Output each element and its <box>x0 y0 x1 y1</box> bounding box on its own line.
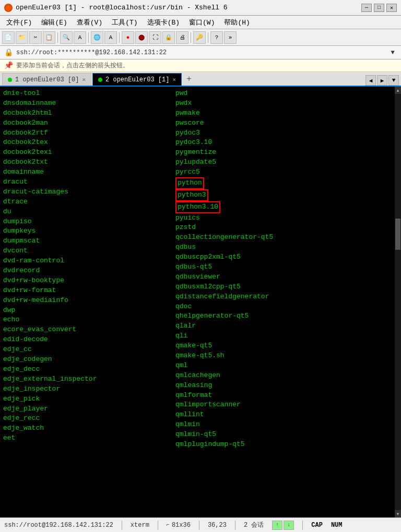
menu-view[interactable]: 查看(V) <box>73 17 107 28</box>
status-dimensions: ⌐ 81x36 <box>167 522 191 529</box>
terminal-left-item: edje_decc <box>3 365 175 374</box>
terminal-right-item: qdistancefieldgenerator <box>175 292 392 302</box>
window-title: openEuler03 [1] - root@localhost:/usr/bi… <box>16 4 228 11</box>
tab-2-dot <box>98 78 102 82</box>
status-down-arrow[interactable]: ↓ <box>284 521 294 530</box>
toolbar-open[interactable]: 📁 <box>16 31 28 44</box>
terminal-left-item: dumpkeys <box>3 226 175 236</box>
status-up-arrow[interactable]: ↑ <box>272 521 282 530</box>
toolbar-lock[interactable]: 🔒 <box>162 31 175 44</box>
terminal-scrollbar[interactable]: ▲ ▼ <box>395 87 401 517</box>
terminal-right-item: pydoc3.10 <box>175 138 392 148</box>
toolbar-key[interactable]: 🔑 <box>193 31 206 44</box>
scrollbar-track[interactable] <box>395 94 401 510</box>
terminal-left-item: eet <box>3 433 175 443</box>
close-button[interactable]: ✕ <box>386 4 397 12</box>
minimize-button[interactable]: — <box>361 4 372 12</box>
terminal-left-col: dnie-tooldnsdomainnamedocbook2htmldocboo… <box>3 89 175 450</box>
toolbar: 📄 📁 ✂ 📋 🔍 A 🌐 A ● ⬤ ⛶ 🔒 🖨 🔑 ? » <box>0 29 401 46</box>
terminal-left-item: dnie-tool <box>3 89 175 99</box>
toolbar-sep1 <box>57 32 58 43</box>
terminal-columns: dnie-tooldnsdomainnamedocbook2htmldocboo… <box>3 89 392 450</box>
status-sep5 <box>302 521 303 530</box>
terminal-right-item: qmlplugindump-qt5 <box>175 440 392 450</box>
tab-1-close[interactable]: ✕ <box>82 76 86 83</box>
scrollbar-thumb[interactable] <box>395 219 400 250</box>
terminal-left-item: dvcont <box>3 246 175 256</box>
tabs-nav-left[interactable]: ◀ <box>365 75 376 86</box>
menu-help[interactable]: 帮助(H) <box>220 17 254 28</box>
terminal-left-item: dracut-catimages <box>3 187 175 197</box>
toolbar-expand[interactable]: ⛶ <box>149 31 161 44</box>
menu-file[interactable]: 文件(F) <box>2 17 36 28</box>
menu-window[interactable]: 窗口(W) <box>185 17 219 28</box>
terminal-right-item: qmlimportscanner <box>175 400 392 410</box>
status-cap-label: CAP <box>311 522 323 529</box>
tabs-nav-right[interactable]: ▶ <box>377 75 387 86</box>
terminal-right-item: pwd <box>175 89 392 99</box>
scrollbar-up[interactable]: ▲ <box>395 87 401 94</box>
address-dropdown-button[interactable]: ▼ <box>388 49 397 57</box>
toolbar-copy[interactable]: 📋 <box>43 31 55 44</box>
toolbar-red2[interactable]: ⬤ <box>135 31 148 44</box>
terminal-left-item: dwp <box>3 306 175 316</box>
terminal-right-item: qml <box>175 361 392 371</box>
toolbar-red1[interactable]: ● <box>122 31 134 44</box>
tab-2-label: 2 openEuler03 [1] <box>105 76 169 83</box>
terminal-left-item: ecore_evas_convert <box>3 325 175 335</box>
menu-tab[interactable]: 选项卡(B) <box>143 17 184 28</box>
terminal-right-item: qmllint <box>175 410 392 420</box>
status-dims-icon: ⌐ <box>167 522 170 528</box>
status-sep3 <box>199 521 199 530</box>
terminal-right-item: qdbus <box>175 243 392 252</box>
toolbar-sep3 <box>119 32 120 43</box>
terminal-right-item: qdbusxml2cpp-qt5 <box>175 282 392 292</box>
toolbar-help[interactable]: ? <box>210 31 223 44</box>
tab-1[interactable]: 1 openEuler03 [0] ✕ <box>2 73 91 86</box>
toolbar-print[interactable]: 🖨 <box>176 31 188 44</box>
terminal-left-item: edid-decode <box>3 335 175 345</box>
menu-bar: 文件(F) 编辑(E) 查看(V) 工具(T) 选项卡(B) 窗口(W) 帮助(… <box>0 16 401 29</box>
terminal-left-item: dvd+rw-booktype <box>3 276 175 286</box>
terminal-left-item: edje_watch <box>3 424 175 433</box>
address-bar: 🔒 ssh://root:**********@192.168.142.131:… <box>0 46 401 59</box>
terminal-right-item: qcollectiongenerator-qt5 <box>175 233 392 243</box>
status-cursor-text: 36,23 <box>208 522 227 529</box>
app-window: openEuler03 [1] - root@localhost:/usr/bi… <box>0 0 401 532</box>
info-text: 要添加当前会话，点击左侧的箭头按钮。 <box>16 61 129 70</box>
toolbar-search[interactable]: 🔍 <box>60 31 73 44</box>
terminal-right-item: pwmake <box>175 108 392 118</box>
terminal-left-item: dvdrecord <box>3 266 175 276</box>
status-connection: ssh://root@192.168.142.131:22 <box>4 522 113 529</box>
toolbar-more[interactable]: » <box>224 31 237 44</box>
tab-1-label: 1 openEuler03 [0] <box>15 76 79 83</box>
app-icon <box>4 4 13 12</box>
toolbar-globe[interactable]: 🌐 <box>91 31 103 44</box>
toolbar-sep5 <box>208 32 208 43</box>
terminal-content: dnie-tooldnsdomainnamedocbook2htmldocboo… <box>0 87 395 517</box>
terminal[interactable]: dnie-tooldnsdomainnamedocbook2htmldocboo… <box>0 87 401 517</box>
toolbar-font[interactable]: A <box>74 31 86 44</box>
menu-tools[interactable]: 工具(T) <box>108 17 141 28</box>
toolbar-cut[interactable]: ✂ <box>29 31 42 44</box>
title-bar-left: openEuler03 [1] - root@localhost:/usr/bi… <box>4 4 228 12</box>
terminal-right-item: pwscore <box>175 118 392 128</box>
terminal-left-item: dvd-ram-control <box>3 256 175 266</box>
status-terminal-type: xterm <box>131 522 149 529</box>
menu-edit[interactable]: 编辑(E) <box>37 17 71 28</box>
toolbar-new[interactable]: 📄 <box>2 31 15 44</box>
terminal-left-item: dracut <box>3 177 175 187</box>
terminal-left-item: dvd+rw-mediainfo <box>3 296 175 306</box>
status-num-label: NUM <box>331 522 343 529</box>
terminal-left-item: edje_external_inspector <box>3 374 175 384</box>
terminal-right-item: qli <box>175 331 392 341</box>
tab-2-close[interactable]: ✕ <box>172 76 176 83</box>
scrollbar-down[interactable]: ▼ <box>395 510 401 517</box>
status-arrows: ↑ ↓ <box>272 521 294 530</box>
tab-2[interactable]: 2 openEuler03 [1] ✕ <box>92 73 182 86</box>
toolbar-text[interactable]: A <box>104 31 117 44</box>
maximize-button[interactable]: □ <box>374 4 384 12</box>
tabs-nav-down[interactable]: ▼ <box>388 75 399 86</box>
terminal-right-item: pwdx <box>175 99 392 108</box>
tab-add-button[interactable]: + <box>183 73 195 86</box>
